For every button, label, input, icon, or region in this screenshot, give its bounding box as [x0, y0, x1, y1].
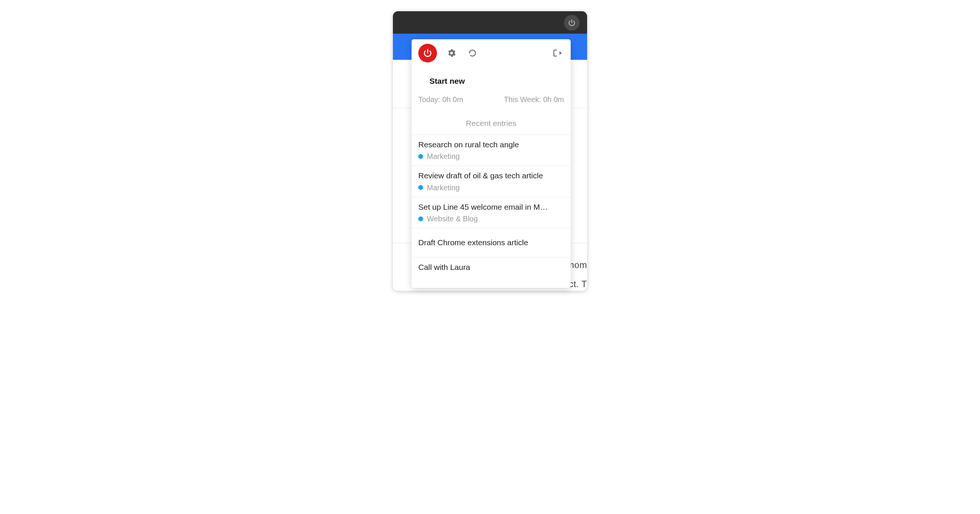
refresh-icon: [468, 49, 477, 57]
entry-project: Website & Blog: [418, 214, 564, 223]
recent-entry[interactable]: Call with Laura: [412, 257, 571, 273]
entry-title: Review draft of oil & gas tech article: [418, 171, 564, 181]
gear-icon: [447, 49, 456, 57]
entry-title: Set up Line 45 welcome email in M…: [418, 202, 564, 212]
recent-entry[interactable]: Review draft of oil & gas tech articleMa…: [412, 166, 571, 197]
stats-week: This Week: 0h 0m: [504, 95, 564, 104]
recent-entries-list: Research on rural tech angleMarketingRev…: [412, 135, 571, 273]
background-text-fragment: ct. T: [569, 279, 587, 289]
entry-project: Marketing: [418, 152, 564, 161]
project-dot-icon: [418, 185, 423, 190]
power-icon: [568, 19, 576, 27]
recent-entries-header: Recent entries: [412, 114, 571, 135]
entry-title: Draft Chrome extensions article: [418, 237, 564, 248]
extension-popup: Start new Today: 0h 0m This Week: 0h 0m …: [412, 39, 571, 288]
start-timer-button[interactable]: [418, 44, 437, 62]
start-new-button[interactable]: Start new: [412, 65, 571, 87]
refresh-button[interactable]: [466, 47, 479, 59]
browser-titlebar: [393, 11, 587, 34]
logout-button[interactable]: [551, 47, 564, 59]
recent-entry[interactable]: Research on rural tech angleMarketing: [412, 135, 571, 166]
entry-project-name: Marketing: [427, 152, 460, 161]
entry-project-name: Marketing: [427, 183, 460, 193]
entry-title: Research on rural tech angle: [418, 139, 564, 150]
recent-entry[interactable]: Set up Line 45 welcome email in M…Websit…: [412, 197, 571, 228]
power-icon: [423, 48, 433, 58]
stats-row: Today: 0h 0m This Week: 0h 0m: [412, 87, 571, 114]
extension-toolbar-button[interactable]: [564, 15, 580, 31]
entry-project-name: Website & Blog: [427, 214, 478, 223]
start-new-label: Start new: [430, 77, 465, 85]
logout-icon: [552, 49, 563, 57]
project-dot-icon: [418, 216, 423, 221]
popup-toolbar: [412, 39, 571, 65]
project-dot-icon: [418, 154, 423, 159]
entry-title: Call with Laura: [418, 262, 564, 273]
entry-project: Marketing: [418, 183, 564, 193]
stats-today: Today: 0h 0m: [418, 95, 463, 104]
recent-entry[interactable]: Draft Chrome extensions article: [412, 228, 571, 257]
settings-button[interactable]: [445, 47, 458, 59]
